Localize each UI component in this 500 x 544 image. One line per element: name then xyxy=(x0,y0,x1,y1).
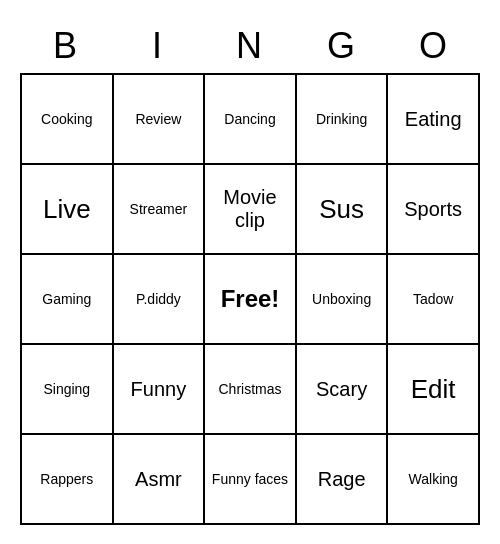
bingo-cell: Rage xyxy=(297,435,389,525)
bingo-cell: Review xyxy=(114,75,206,165)
bingo-cell: Walking xyxy=(388,435,480,525)
bingo-cell: P.diddy xyxy=(114,255,206,345)
bingo-cell: Funny xyxy=(114,345,206,435)
bingo-card: BINGO CookingReviewDancingDrinkingEating… xyxy=(20,19,480,525)
bingo-cell: Edit xyxy=(388,345,480,435)
bingo-cell: Funny faces xyxy=(205,435,297,525)
bingo-cell: Dancing xyxy=(205,75,297,165)
bingo-cell: Tadow xyxy=(388,255,480,345)
header-letter: B xyxy=(20,19,112,73)
header-letter: O xyxy=(388,19,480,73)
bingo-cell: Scary xyxy=(297,345,389,435)
bingo-cell: Drinking xyxy=(297,75,389,165)
header-letter: N xyxy=(204,19,296,73)
bingo-cell: Eating xyxy=(388,75,480,165)
header-letter: I xyxy=(112,19,204,73)
bingo-cell: Live xyxy=(22,165,114,255)
bingo-cell: Movie clip xyxy=(205,165,297,255)
bingo-cell: Singing xyxy=(22,345,114,435)
bingo-header: BINGO xyxy=(20,19,480,73)
bingo-cell: Sus xyxy=(297,165,389,255)
bingo-cell: Gaming xyxy=(22,255,114,345)
bingo-cell: Asmr xyxy=(114,435,206,525)
bingo-cell: Unboxing xyxy=(297,255,389,345)
bingo-cell: Free! xyxy=(205,255,297,345)
bingo-cell: Sports xyxy=(388,165,480,255)
bingo-cell: Streamer xyxy=(114,165,206,255)
header-letter: G xyxy=(296,19,388,73)
bingo-cell: Cooking xyxy=(22,75,114,165)
bingo-grid: CookingReviewDancingDrinkingEatingLiveSt… xyxy=(20,73,480,525)
bingo-cell: Rappers xyxy=(22,435,114,525)
bingo-cell: Christmas xyxy=(205,345,297,435)
